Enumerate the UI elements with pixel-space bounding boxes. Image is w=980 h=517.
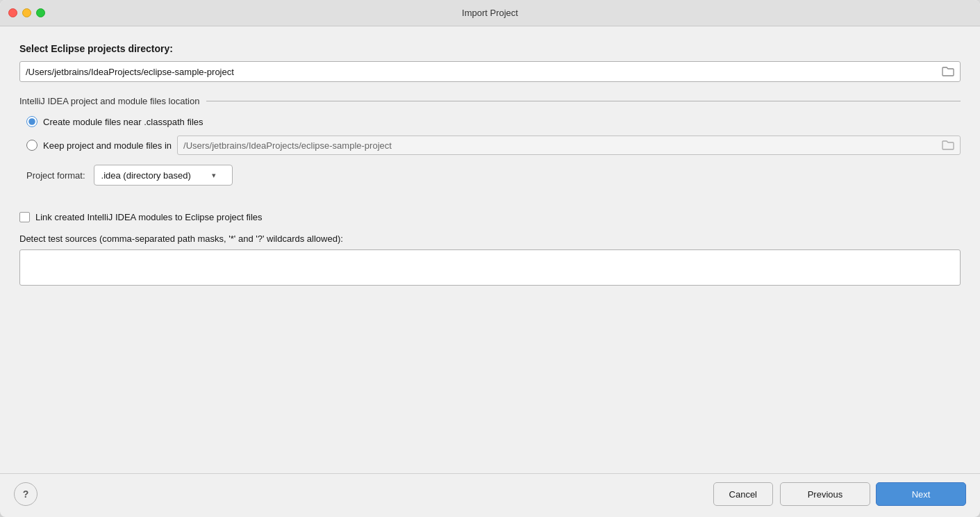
directory-input-row	[19, 61, 961, 82]
keep-path-input[interactable]	[183, 140, 942, 151]
close-button[interactable]	[8, 8, 17, 17]
radio-create-module-label: Create module files near .classpath file…	[43, 117, 204, 127]
directory-input[interactable]	[26, 67, 938, 77]
chevron-down-icon: ▾	[212, 171, 216, 180]
group-label: IntelliJ IDEA project and module files l…	[19, 96, 199, 106]
radio-keep-project-label: Keep project and module files in	[43, 140, 172, 151]
browse-folder-icon[interactable]	[942, 66, 954, 77]
checkbox-label: Link created IntelliJ IDEA modules to Ec…	[35, 212, 263, 222]
keep-path-input-box	[177, 136, 961, 155]
project-format-row: Project format: .idea (directory based) …	[19, 165, 961, 186]
dialog: Import Project Select Eclipse projects d…	[0, 0, 980, 517]
group-divider	[206, 101, 961, 101]
project-format-label: Project format:	[26, 170, 85, 181]
keep-browse-icon[interactable]	[942, 140, 954, 151]
footer: ? Cancel Previous Next	[0, 473, 980, 517]
titlebar: Import Project	[0, 0, 980, 26]
radio-create-module[interactable]	[26, 116, 38, 127]
group-header: IntelliJ IDEA project and module files l…	[19, 96, 961, 106]
minimize-button[interactable]	[22, 8, 31, 17]
previous-button[interactable]: Previous	[780, 482, 870, 506]
detect-input-box	[19, 249, 961, 286]
main-content: Select Eclipse projects directory: Intel…	[0, 26, 980, 473]
format-select-dropdown[interactable]: .idea (directory based) ▾	[94, 165, 233, 186]
window-title: Import Project	[462, 8, 518, 18]
radio-row-2: Keep project and module files in	[19, 136, 961, 155]
radio-row-1: Create module files near .classpath file…	[19, 116, 961, 127]
detect-input[interactable]	[20, 250, 960, 285]
module-files-group: IntelliJ IDEA project and module files l…	[19, 96, 961, 199]
checkbox-row: Link created IntelliJ IDEA modules to Ec…	[19, 212, 961, 222]
section-title: Select Eclipse projects directory:	[19, 43, 961, 54]
window-controls	[8, 8, 45, 17]
maximize-button[interactable]	[36, 8, 45, 17]
help-button[interactable]: ?	[14, 482, 38, 506]
next-button[interactable]: Next	[876, 482, 966, 506]
detect-label: Detect test sources (comma-separated pat…	[19, 233, 961, 244]
cancel-button[interactable]: Cancel	[713, 482, 773, 506]
link-modules-checkbox[interactable]	[19, 212, 30, 222]
format-select-value: .idea (directory based)	[101, 170, 191, 181]
radio-keep-project[interactable]	[26, 140, 38, 151]
